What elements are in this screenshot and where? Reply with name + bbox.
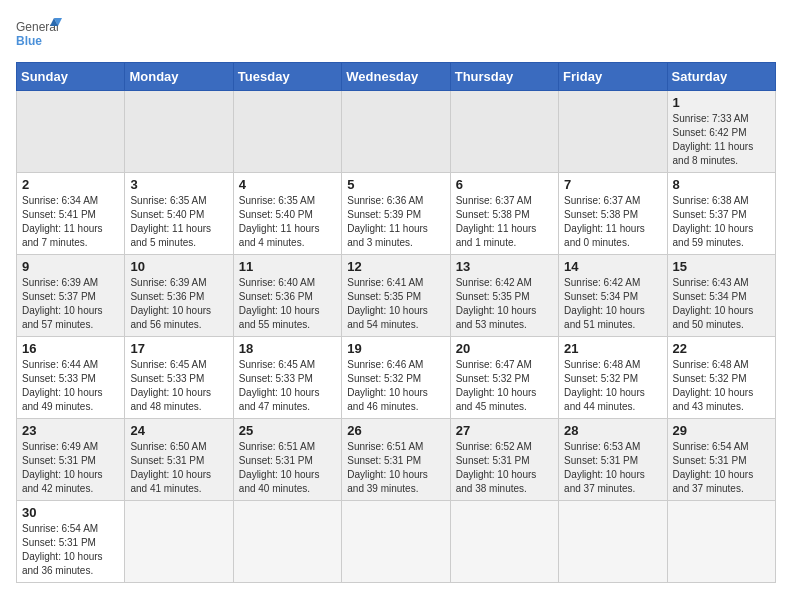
day-number: 24 bbox=[130, 423, 227, 438]
calendar-week-row: 2Sunrise: 6:34 AM Sunset: 5:41 PM Daylig… bbox=[17, 173, 776, 255]
day-number: 19 bbox=[347, 341, 444, 356]
calendar-day: 1Sunrise: 7:33 AM Sunset: 6:42 PM Daylig… bbox=[667, 91, 775, 173]
calendar-day: 23Sunrise: 6:49 AM Sunset: 5:31 PM Dayli… bbox=[17, 419, 125, 501]
day-number: 29 bbox=[673, 423, 770, 438]
calendar-header-saturday: Saturday bbox=[667, 63, 775, 91]
calendar-day bbox=[342, 501, 450, 583]
calendar-day bbox=[450, 91, 558, 173]
calendar-day bbox=[125, 501, 233, 583]
calendar-day bbox=[233, 91, 341, 173]
day-number: 1 bbox=[673, 95, 770, 110]
day-number: 25 bbox=[239, 423, 336, 438]
day-info: Sunrise: 6:48 AM Sunset: 5:32 PM Dayligh… bbox=[564, 358, 661, 414]
day-info: Sunrise: 6:43 AM Sunset: 5:34 PM Dayligh… bbox=[673, 276, 770, 332]
calendar-day: 15Sunrise: 6:43 AM Sunset: 5:34 PM Dayli… bbox=[667, 255, 775, 337]
calendar-week-row: 1Sunrise: 7:33 AM Sunset: 6:42 PM Daylig… bbox=[17, 91, 776, 173]
day-number: 20 bbox=[456, 341, 553, 356]
day-number: 18 bbox=[239, 341, 336, 356]
calendar-week-row: 30Sunrise: 6:54 AM Sunset: 5:31 PM Dayli… bbox=[17, 501, 776, 583]
calendar-header-wednesday: Wednesday bbox=[342, 63, 450, 91]
calendar-day: 20Sunrise: 6:47 AM Sunset: 5:32 PM Dayli… bbox=[450, 337, 558, 419]
calendar-day: 2Sunrise: 6:34 AM Sunset: 5:41 PM Daylig… bbox=[17, 173, 125, 255]
calendar-day: 5Sunrise: 6:36 AM Sunset: 5:39 PM Daylig… bbox=[342, 173, 450, 255]
day-info: Sunrise: 6:40 AM Sunset: 5:36 PM Dayligh… bbox=[239, 276, 336, 332]
calendar-day: 27Sunrise: 6:52 AM Sunset: 5:31 PM Dayli… bbox=[450, 419, 558, 501]
day-info: Sunrise: 6:37 AM Sunset: 5:38 PM Dayligh… bbox=[456, 194, 553, 250]
calendar-day bbox=[342, 91, 450, 173]
calendar-day: 9Sunrise: 6:39 AM Sunset: 5:37 PM Daylig… bbox=[17, 255, 125, 337]
day-info: Sunrise: 6:53 AM Sunset: 5:31 PM Dayligh… bbox=[564, 440, 661, 496]
day-info: Sunrise: 6:51 AM Sunset: 5:31 PM Dayligh… bbox=[239, 440, 336, 496]
day-number: 3 bbox=[130, 177, 227, 192]
day-info: Sunrise: 6:54 AM Sunset: 5:31 PM Dayligh… bbox=[673, 440, 770, 496]
day-info: Sunrise: 6:35 AM Sunset: 5:40 PM Dayligh… bbox=[239, 194, 336, 250]
day-info: Sunrise: 6:45 AM Sunset: 5:33 PM Dayligh… bbox=[239, 358, 336, 414]
day-number: 30 bbox=[22, 505, 119, 520]
calendar-day bbox=[559, 501, 667, 583]
calendar-header-monday: Monday bbox=[125, 63, 233, 91]
day-number: 15 bbox=[673, 259, 770, 274]
calendar-day: 21Sunrise: 6:48 AM Sunset: 5:32 PM Dayli… bbox=[559, 337, 667, 419]
calendar-day bbox=[667, 501, 775, 583]
day-number: 17 bbox=[130, 341, 227, 356]
calendar-header-thursday: Thursday bbox=[450, 63, 558, 91]
day-number: 12 bbox=[347, 259, 444, 274]
calendar-day: 6Sunrise: 6:37 AM Sunset: 5:38 PM Daylig… bbox=[450, 173, 558, 255]
day-number: 14 bbox=[564, 259, 661, 274]
day-number: 9 bbox=[22, 259, 119, 274]
calendar-day: 19Sunrise: 6:46 AM Sunset: 5:32 PM Dayli… bbox=[342, 337, 450, 419]
day-info: Sunrise: 6:41 AM Sunset: 5:35 PM Dayligh… bbox=[347, 276, 444, 332]
day-number: 16 bbox=[22, 341, 119, 356]
day-info: Sunrise: 6:39 AM Sunset: 5:36 PM Dayligh… bbox=[130, 276, 227, 332]
calendar-day: 12Sunrise: 6:41 AM Sunset: 5:35 PM Dayli… bbox=[342, 255, 450, 337]
day-number: 5 bbox=[347, 177, 444, 192]
calendar-week-row: 23Sunrise: 6:49 AM Sunset: 5:31 PM Dayli… bbox=[17, 419, 776, 501]
day-info: Sunrise: 7:33 AM Sunset: 6:42 PM Dayligh… bbox=[673, 112, 770, 168]
day-number: 21 bbox=[564, 341, 661, 356]
calendar-week-row: 9Sunrise: 6:39 AM Sunset: 5:37 PM Daylig… bbox=[17, 255, 776, 337]
calendar-day: 13Sunrise: 6:42 AM Sunset: 5:35 PM Dayli… bbox=[450, 255, 558, 337]
day-info: Sunrise: 6:39 AM Sunset: 5:37 PM Dayligh… bbox=[22, 276, 119, 332]
day-number: 26 bbox=[347, 423, 444, 438]
calendar-day: 22Sunrise: 6:48 AM Sunset: 5:32 PM Dayli… bbox=[667, 337, 775, 419]
calendar-day: 14Sunrise: 6:42 AM Sunset: 5:34 PM Dayli… bbox=[559, 255, 667, 337]
day-info: Sunrise: 6:54 AM Sunset: 5:31 PM Dayligh… bbox=[22, 522, 119, 578]
day-info: Sunrise: 6:51 AM Sunset: 5:31 PM Dayligh… bbox=[347, 440, 444, 496]
calendar-week-row: 16Sunrise: 6:44 AM Sunset: 5:33 PM Dayli… bbox=[17, 337, 776, 419]
calendar-day: 25Sunrise: 6:51 AM Sunset: 5:31 PM Dayli… bbox=[233, 419, 341, 501]
day-info: Sunrise: 6:42 AM Sunset: 5:35 PM Dayligh… bbox=[456, 276, 553, 332]
calendar-header-friday: Friday bbox=[559, 63, 667, 91]
calendar-day: 29Sunrise: 6:54 AM Sunset: 5:31 PM Dayli… bbox=[667, 419, 775, 501]
calendar-table: SundayMondayTuesdayWednesdayThursdayFrid… bbox=[16, 62, 776, 583]
day-number: 2 bbox=[22, 177, 119, 192]
logo-svg: General Blue bbox=[16, 16, 66, 54]
day-info: Sunrise: 6:44 AM Sunset: 5:33 PM Dayligh… bbox=[22, 358, 119, 414]
svg-text:Blue: Blue bbox=[16, 34, 42, 48]
calendar-day bbox=[125, 91, 233, 173]
day-number: 22 bbox=[673, 341, 770, 356]
day-info: Sunrise: 6:37 AM Sunset: 5:38 PM Dayligh… bbox=[564, 194, 661, 250]
calendar-day: 28Sunrise: 6:53 AM Sunset: 5:31 PM Dayli… bbox=[559, 419, 667, 501]
day-info: Sunrise: 6:48 AM Sunset: 5:32 PM Dayligh… bbox=[673, 358, 770, 414]
day-info: Sunrise: 6:45 AM Sunset: 5:33 PM Dayligh… bbox=[130, 358, 227, 414]
calendar-day: 8Sunrise: 6:38 AM Sunset: 5:37 PM Daylig… bbox=[667, 173, 775, 255]
day-number: 7 bbox=[564, 177, 661, 192]
day-number: 13 bbox=[456, 259, 553, 274]
day-number: 27 bbox=[456, 423, 553, 438]
calendar-day bbox=[559, 91, 667, 173]
day-number: 11 bbox=[239, 259, 336, 274]
day-number: 10 bbox=[130, 259, 227, 274]
calendar-day: 16Sunrise: 6:44 AM Sunset: 5:33 PM Dayli… bbox=[17, 337, 125, 419]
calendar-day: 17Sunrise: 6:45 AM Sunset: 5:33 PM Dayli… bbox=[125, 337, 233, 419]
day-info: Sunrise: 6:42 AM Sunset: 5:34 PM Dayligh… bbox=[564, 276, 661, 332]
day-number: 4 bbox=[239, 177, 336, 192]
calendar-day bbox=[17, 91, 125, 173]
day-number: 6 bbox=[456, 177, 553, 192]
calendar-day: 3Sunrise: 6:35 AM Sunset: 5:40 PM Daylig… bbox=[125, 173, 233, 255]
page-header: General Blue bbox=[16, 16, 776, 54]
calendar-day: 4Sunrise: 6:35 AM Sunset: 5:40 PM Daylig… bbox=[233, 173, 341, 255]
calendar-day: 7Sunrise: 6:37 AM Sunset: 5:38 PM Daylig… bbox=[559, 173, 667, 255]
day-info: Sunrise: 6:35 AM Sunset: 5:40 PM Dayligh… bbox=[130, 194, 227, 250]
calendar-day: 18Sunrise: 6:45 AM Sunset: 5:33 PM Dayli… bbox=[233, 337, 341, 419]
day-number: 28 bbox=[564, 423, 661, 438]
